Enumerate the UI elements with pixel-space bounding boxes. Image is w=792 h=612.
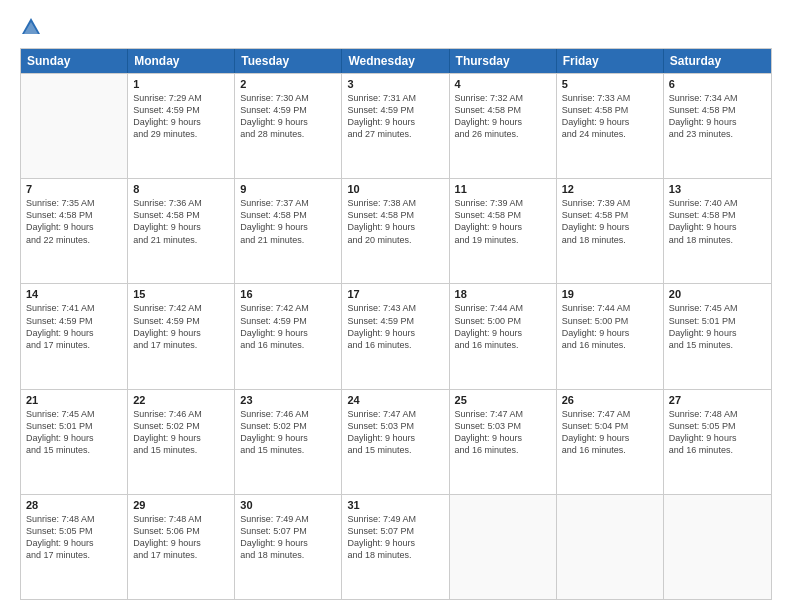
calendar-cell — [21, 74, 128, 178]
day-number: 16 — [240, 288, 336, 300]
calendar-cell: 29Sunrise: 7:48 AMSunset: 5:06 PMDayligh… — [128, 495, 235, 599]
day-info: Sunrise: 7:43 AMSunset: 4:59 PMDaylight:… — [347, 302, 443, 351]
calendar-cell: 24Sunrise: 7:47 AMSunset: 5:03 PMDayligh… — [342, 390, 449, 494]
day-info: Sunrise: 7:37 AMSunset: 4:58 PMDaylight:… — [240, 197, 336, 246]
calendar-cell: 16Sunrise: 7:42 AMSunset: 4:59 PMDayligh… — [235, 284, 342, 388]
day-number: 4 — [455, 78, 551, 90]
calendar-cell — [450, 495, 557, 599]
calendar-row: 1Sunrise: 7:29 AMSunset: 4:59 PMDaylight… — [21, 73, 771, 178]
day-info: Sunrise: 7:49 AMSunset: 5:07 PMDaylight:… — [240, 513, 336, 562]
day-info: Sunrise: 7:46 AMSunset: 5:02 PMDaylight:… — [133, 408, 229, 457]
day-number: 12 — [562, 183, 658, 195]
day-info: Sunrise: 7:31 AMSunset: 4:59 PMDaylight:… — [347, 92, 443, 141]
calendar-row: 21Sunrise: 7:45 AMSunset: 5:01 PMDayligh… — [21, 389, 771, 494]
day-info: Sunrise: 7:47 AMSunset: 5:03 PMDaylight:… — [455, 408, 551, 457]
calendar-cell — [664, 495, 771, 599]
calendar-cell: 3Sunrise: 7:31 AMSunset: 4:59 PMDaylight… — [342, 74, 449, 178]
day-number: 21 — [26, 394, 122, 406]
calendar-cell: 17Sunrise: 7:43 AMSunset: 4:59 PMDayligh… — [342, 284, 449, 388]
day-number: 7 — [26, 183, 122, 195]
day-number: 18 — [455, 288, 551, 300]
day-info: Sunrise: 7:32 AMSunset: 4:58 PMDaylight:… — [455, 92, 551, 141]
calendar-cell: 7Sunrise: 7:35 AMSunset: 4:58 PMDaylight… — [21, 179, 128, 283]
calendar-cell: 18Sunrise: 7:44 AMSunset: 5:00 PMDayligh… — [450, 284, 557, 388]
day-number: 29 — [133, 499, 229, 511]
calendar-cell: 27Sunrise: 7:48 AMSunset: 5:05 PMDayligh… — [664, 390, 771, 494]
day-number: 15 — [133, 288, 229, 300]
calendar-cell: 26Sunrise: 7:47 AMSunset: 5:04 PMDayligh… — [557, 390, 664, 494]
weekday-header: Sunday — [21, 49, 128, 73]
day-info: Sunrise: 7:47 AMSunset: 5:03 PMDaylight:… — [347, 408, 443, 457]
day-number: 9 — [240, 183, 336, 195]
day-info: Sunrise: 7:33 AMSunset: 4:58 PMDaylight:… — [562, 92, 658, 141]
logo — [20, 16, 44, 38]
day-number: 27 — [669, 394, 766, 406]
page: SundayMondayTuesdayWednesdayThursdayFrid… — [0, 0, 792, 612]
day-number: 23 — [240, 394, 336, 406]
day-number: 1 — [133, 78, 229, 90]
day-number: 14 — [26, 288, 122, 300]
day-number: 25 — [455, 394, 551, 406]
day-info: Sunrise: 7:38 AMSunset: 4:58 PMDaylight:… — [347, 197, 443, 246]
day-number: 22 — [133, 394, 229, 406]
day-number: 28 — [26, 499, 122, 511]
calendar-cell: 6Sunrise: 7:34 AMSunset: 4:58 PMDaylight… — [664, 74, 771, 178]
day-info: Sunrise: 7:47 AMSunset: 5:04 PMDaylight:… — [562, 408, 658, 457]
calendar-cell: 23Sunrise: 7:46 AMSunset: 5:02 PMDayligh… — [235, 390, 342, 494]
calendar-cell: 25Sunrise: 7:47 AMSunset: 5:03 PMDayligh… — [450, 390, 557, 494]
weekday-header: Saturday — [664, 49, 771, 73]
header — [20, 16, 772, 38]
day-info: Sunrise: 7:48 AMSunset: 5:05 PMDaylight:… — [26, 513, 122, 562]
day-info: Sunrise: 7:44 AMSunset: 5:00 PMDaylight:… — [455, 302, 551, 351]
calendar-cell: 30Sunrise: 7:49 AMSunset: 5:07 PMDayligh… — [235, 495, 342, 599]
day-info: Sunrise: 7:42 AMSunset: 4:59 PMDaylight:… — [240, 302, 336, 351]
day-info: Sunrise: 7:44 AMSunset: 5:00 PMDaylight:… — [562, 302, 658, 351]
day-info: Sunrise: 7:34 AMSunset: 4:58 PMDaylight:… — [669, 92, 766, 141]
day-number: 17 — [347, 288, 443, 300]
calendar-cell: 15Sunrise: 7:42 AMSunset: 4:59 PMDayligh… — [128, 284, 235, 388]
day-number: 3 — [347, 78, 443, 90]
calendar-cell: 20Sunrise: 7:45 AMSunset: 5:01 PMDayligh… — [664, 284, 771, 388]
calendar-cell: 13Sunrise: 7:40 AMSunset: 4:58 PMDayligh… — [664, 179, 771, 283]
day-number: 2 — [240, 78, 336, 90]
calendar-cell: 31Sunrise: 7:49 AMSunset: 5:07 PMDayligh… — [342, 495, 449, 599]
calendar-cell: 9Sunrise: 7:37 AMSunset: 4:58 PMDaylight… — [235, 179, 342, 283]
day-info: Sunrise: 7:40 AMSunset: 4:58 PMDaylight:… — [669, 197, 766, 246]
calendar-row: 14Sunrise: 7:41 AMSunset: 4:59 PMDayligh… — [21, 283, 771, 388]
day-info: Sunrise: 7:48 AMSunset: 5:06 PMDaylight:… — [133, 513, 229, 562]
day-number: 13 — [669, 183, 766, 195]
day-number: 11 — [455, 183, 551, 195]
calendar-cell: 12Sunrise: 7:39 AMSunset: 4:58 PMDayligh… — [557, 179, 664, 283]
day-number: 6 — [669, 78, 766, 90]
day-number: 30 — [240, 499, 336, 511]
day-info: Sunrise: 7:45 AMSunset: 5:01 PMDaylight:… — [669, 302, 766, 351]
calendar-row: 7Sunrise: 7:35 AMSunset: 4:58 PMDaylight… — [21, 178, 771, 283]
day-info: Sunrise: 7:29 AMSunset: 4:59 PMDaylight:… — [133, 92, 229, 141]
day-number: 10 — [347, 183, 443, 195]
calendar-row: 28Sunrise: 7:48 AMSunset: 5:05 PMDayligh… — [21, 494, 771, 599]
day-info: Sunrise: 7:46 AMSunset: 5:02 PMDaylight:… — [240, 408, 336, 457]
calendar-cell: 2Sunrise: 7:30 AMSunset: 4:59 PMDaylight… — [235, 74, 342, 178]
day-info: Sunrise: 7:45 AMSunset: 5:01 PMDaylight:… — [26, 408, 122, 457]
day-info: Sunrise: 7:41 AMSunset: 4:59 PMDaylight:… — [26, 302, 122, 351]
calendar-header: SundayMondayTuesdayWednesdayThursdayFrid… — [21, 49, 771, 73]
day-info: Sunrise: 7:35 AMSunset: 4:58 PMDaylight:… — [26, 197, 122, 246]
calendar-cell: 5Sunrise: 7:33 AMSunset: 4:58 PMDaylight… — [557, 74, 664, 178]
day-number: 8 — [133, 183, 229, 195]
weekday-header: Monday — [128, 49, 235, 73]
calendar-body: 1Sunrise: 7:29 AMSunset: 4:59 PMDaylight… — [21, 73, 771, 599]
calendar-cell — [557, 495, 664, 599]
weekday-header: Tuesday — [235, 49, 342, 73]
weekday-header: Friday — [557, 49, 664, 73]
day-info: Sunrise: 7:39 AMSunset: 4:58 PMDaylight:… — [562, 197, 658, 246]
day-info: Sunrise: 7:49 AMSunset: 5:07 PMDaylight:… — [347, 513, 443, 562]
day-info: Sunrise: 7:42 AMSunset: 4:59 PMDaylight:… — [133, 302, 229, 351]
day-number: 24 — [347, 394, 443, 406]
day-info: Sunrise: 7:36 AMSunset: 4:58 PMDaylight:… — [133, 197, 229, 246]
calendar-cell: 11Sunrise: 7:39 AMSunset: 4:58 PMDayligh… — [450, 179, 557, 283]
day-info: Sunrise: 7:30 AMSunset: 4:59 PMDaylight:… — [240, 92, 336, 141]
day-number: 19 — [562, 288, 658, 300]
calendar-cell: 28Sunrise: 7:48 AMSunset: 5:05 PMDayligh… — [21, 495, 128, 599]
calendar: SundayMondayTuesdayWednesdayThursdayFrid… — [20, 48, 772, 600]
calendar-cell: 14Sunrise: 7:41 AMSunset: 4:59 PMDayligh… — [21, 284, 128, 388]
